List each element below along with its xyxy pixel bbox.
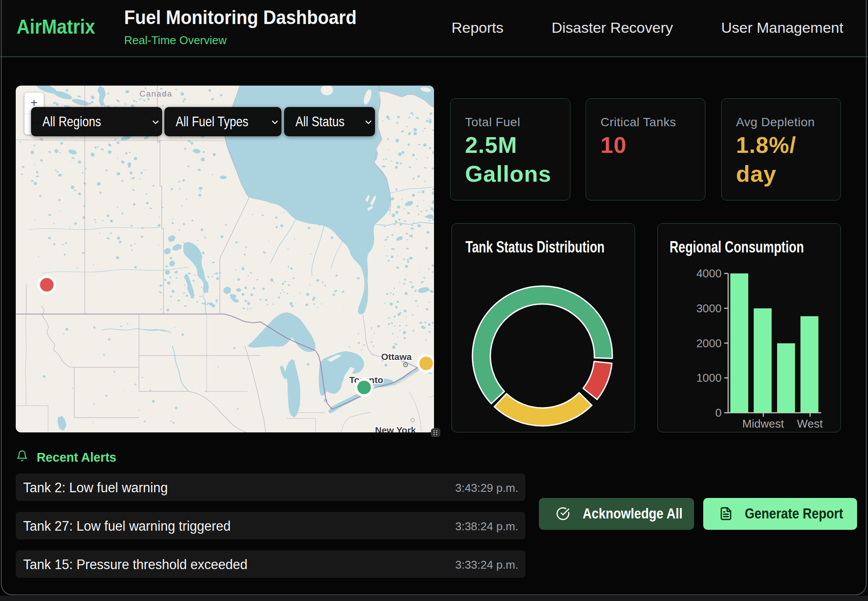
svg-text:2000: 2000 <box>696 337 722 350</box>
svg-text:Canada: Canada <box>139 89 173 98</box>
svg-text:4000: 4000 <box>696 267 722 280</box>
svg-text:0: 0 <box>715 406 722 419</box>
svg-text:New York: New York <box>375 425 416 432</box>
svg-text:Midwest: Midwest <box>742 417 784 430</box>
svg-text:Ottawa: Ottawa <box>381 352 412 362</box>
svg-text:1000: 1000 <box>696 371 722 384</box>
svg-text:West: West <box>797 417 823 430</box>
svg-text:3000: 3000 <box>696 302 722 315</box>
